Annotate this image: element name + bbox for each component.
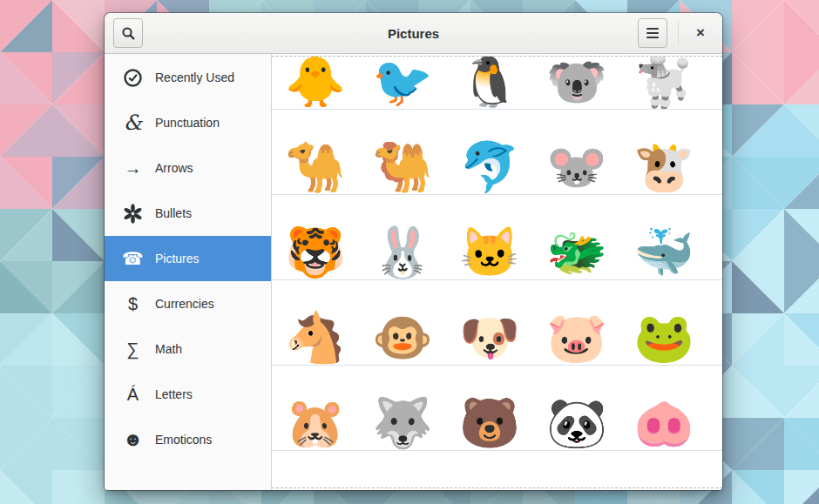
sidebar-item-label: Emoticons — [155, 433, 212, 447]
character-row: 🐴🐵🐶🐷🐸 — [272, 280, 722, 366]
close-icon: × — [696, 24, 705, 42]
character-dromedary-camel[interactable]: 🐪 — [272, 110, 359, 194]
character-spouting-whale[interactable]: 🐳 — [620, 195, 707, 279]
telephone-icon: ☎ — [121, 250, 145, 267]
clock-icon — [121, 68, 145, 88]
sidebar-item-label: Punctuation — [155, 116, 220, 130]
scroll-undershoot-bottom — [272, 487, 722, 488]
character-penguin[interactable]: 🐧 — [446, 57, 533, 109]
sidebar-item-emoticons[interactable]: ☻Emoticons — [105, 417, 271, 462]
character-dog-face[interactable]: 🐶 — [446, 280, 533, 365]
character-wolf-face[interactable]: 🐺 — [359, 366, 446, 450]
character-bactrian-camel[interactable]: 🐫 — [359, 110, 446, 194]
character-pig-face[interactable]: 🐷 — [533, 280, 620, 365]
character-poodle[interactable]: 🐩 — [620, 57, 707, 109]
character-hamster-face[interactable]: 🐹 — [272, 366, 359, 450]
window-title: Pictures — [105, 26, 722, 41]
character-row: 🐯🐰🐱🐲🐳 — [272, 195, 722, 280]
ampersand-icon: & — [121, 112, 145, 133]
asterisk-icon — [121, 204, 145, 224]
character-grid-area: 🐥🐦🐧🐨🐩🐪🐫🐬🐭🐮🐯🐰🐱🐲🐳🐴🐵🐶🐷🐸🐹🐺🐻🐼🐽 — [272, 54, 722, 490]
sidebar-item-label: Bullets — [155, 206, 192, 220]
sidebar-item-label: Pictures — [155, 252, 200, 265]
character-dolphin[interactable]: 🐬 — [446, 110, 533, 194]
sidebar-item-letters[interactable]: ÁLetters — [105, 372, 271, 417]
menu-icon — [646, 28, 659, 38]
arrow-right-icon: → — [121, 159, 145, 177]
character-frog-face[interactable]: 🐸 — [620, 280, 707, 365]
menu-button[interactable] — [638, 18, 667, 48]
character-dragon-face[interactable]: 🐲 — [533, 195, 620, 279]
sidebar-item-bullets[interactable]: Bullets — [105, 191, 271, 236]
character-tiger-face[interactable]: 🐯 — [272, 195, 359, 279]
sidebar-item-pictures[interactable]: ☎Pictures — [105, 236, 271, 281]
character-cow-face[interactable]: 🐮 — [620, 110, 707, 194]
close-button[interactable]: × — [687, 20, 714, 46]
characters-app-window: Pictures × Recently Used&Punctuation→Arr… — [105, 13, 722, 490]
character-bear-face[interactable]: 🐻 — [446, 366, 533, 450]
character-front-facing-baby-chick[interactable]: 🐥 — [272, 57, 359, 109]
search-icon — [121, 26, 136, 41]
sidebar-item-label: Arrows — [155, 161, 193, 175]
sidebar-item-arrows[interactable]: →Arrows — [105, 145, 271, 191]
character-horse-face[interactable]: 🐴 — [272, 280, 359, 365]
sidebar-item-math[interactable]: ∑Math — [105, 326, 271, 372]
character-monkey-face[interactable]: 🐵 — [359, 280, 446, 365]
character-rabbit-face[interactable]: 🐰 — [359, 195, 446, 279]
grid-bottom-spacer — [272, 451, 722, 487]
accented-letter-icon: Á — [121, 386, 145, 403]
character-row: 🐹🐺🐻🐼🐽 — [272, 366, 722, 451]
sidebar-item-label: Currencies — [155, 297, 214, 311]
sidebar-item-currencies[interactable]: $Currencies — [105, 281, 271, 326]
character-mouse-face[interactable]: 🐭 — [533, 110, 620, 194]
search-button[interactable] — [113, 18, 143, 48]
character-cat-face[interactable]: 🐱 — [446, 195, 533, 279]
sidebar-item-punctuation[interactable]: &Punctuation — [105, 100, 271, 145]
character-row: 🐪🐫🐬🐭🐮 — [272, 110, 722, 195]
sidebar-item-label: Letters — [155, 387, 193, 401]
sidebar-item-label: Recently Used — [155, 71, 234, 84]
category-sidebar: Recently Used&Punctuation→ArrowsBullets☎… — [105, 54, 272, 490]
sidebar-item-label: Math — [155, 342, 182, 356]
window-body: Recently Used&Punctuation→ArrowsBullets☎… — [105, 54, 722, 490]
character-row: 🐥🐦🐧🐨🐩 — [272, 57, 722, 110]
sidebar-item-recently-used[interactable]: Recently Used — [105, 55, 271, 100]
character-grid: 🐥🐦🐧🐨🐩🐪🐫🐬🐭🐮🐯🐰🐱🐲🐳🐴🐵🐶🐷🐸🐹🐺🐻🐼🐽 — [272, 57, 722, 451]
dollar-icon: $ — [121, 295, 145, 312]
character-pig-nose[interactable]: 🐽 — [620, 366, 707, 450]
sigma-icon: ∑ — [121, 340, 145, 358]
headerbar: Pictures × — [105, 13, 722, 54]
smiley-icon: ☻ — [121, 430, 145, 449]
character-koala[interactable]: 🐨 — [533, 57, 620, 109]
character-bird[interactable]: 🐦 — [359, 57, 446, 109]
character-panda-face[interactable]: 🐼 — [533, 366, 620, 450]
headerbar-separator — [678, 21, 679, 45]
